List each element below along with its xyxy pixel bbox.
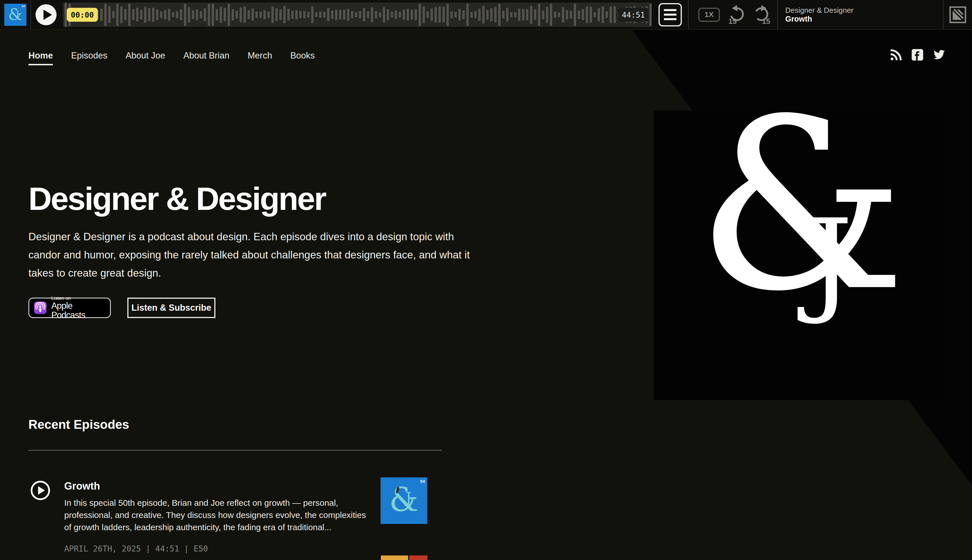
episode-thumbnail[interactable]: & J S4 <box>381 477 427 524</box>
nav-item-about-brian[interactable]: About Brian <box>183 50 229 61</box>
episode-body: Growth In this special 50th episode, Bri… <box>64 480 371 553</box>
skip-forward-15-button[interactable]: 15 <box>753 5 771 25</box>
episode-description: In this special 50th episode, Brian and … <box>64 497 371 533</box>
episode-row: Growth In this special 50th episode, Bri… <box>28 480 442 553</box>
rss-icon[interactable] <box>890 48 903 61</box>
player-show-title: Designer & Designer <box>785 6 943 15</box>
season-badge: S4 <box>420 479 425 483</box>
hero-section: Designer & Designer Designer & Designer … <box>28 182 512 318</box>
ampersand-glyph: & <box>389 483 418 516</box>
divider <box>688 0 689 30</box>
ampersand-glyph: & <box>8 7 22 22</box>
nav-item-merch[interactable]: Merch <box>248 50 272 61</box>
play-icon <box>43 10 52 20</box>
divider <box>28 450 442 451</box>
skip-back-15-icon: 15 <box>727 5 746 25</box>
podcast-description: Designer & Designer is a podcast about d… <box>28 228 480 282</box>
audio-player-bar: & J S4 00:00 44:51 1X 15 15 Designer & D… <box>0 0 972 30</box>
episode-meta: APRIL 26TH, 2025 | 44:51 | E50 <box>64 544 371 553</box>
player-now-playing: Designer & Designer Growth <box>778 6 943 23</box>
svg-text:15: 15 <box>728 17 737 25</box>
svg-text:15: 15 <box>762 17 770 25</box>
recent-episodes-heading: Recent Episodes <box>28 417 442 432</box>
next-episode-thumbnail-sliver[interactable] <box>381 555 427 560</box>
jay-glyph: J <box>406 490 412 505</box>
waveform-seekbar[interactable]: 00:00 44:51 <box>63 3 652 27</box>
current-time-badge: 00:00 <box>67 8 98 22</box>
social-links <box>890 48 946 61</box>
skip-back-15-button[interactable]: 15 <box>727 5 746 25</box>
nav-item-books[interactable]: Books <box>290 50 315 61</box>
facebook-icon[interactable] <box>911 48 923 61</box>
main-nav: Home Episodes About Joe About Brian Merc… <box>28 50 315 61</box>
apple-badge-line2: Apple Podcasts <box>51 301 105 320</box>
nav-item-episodes[interactable]: Episodes <box>71 50 107 61</box>
playback-speed-button[interactable]: 1X <box>698 8 720 22</box>
ampersand-glyph: & <box>696 110 906 323</box>
player-menu-button[interactable] <box>659 3 682 27</box>
player-artwork-thumbnail[interactable]: & J S4 <box>4 4 27 26</box>
play-button[interactable] <box>35 4 57 25</box>
recent-episodes-section: Recent Episodes Growth In this special 5… <box>28 417 442 560</box>
nav-item-home[interactable]: Home <box>28 50 53 61</box>
apple-podcasts-icon <box>34 301 47 315</box>
jay-glyph: J <box>16 10 19 17</box>
player-artwork-cell: & J S4 <box>0 0 31 30</box>
hamburger-icon <box>664 9 676 11</box>
twitter-icon[interactable] <box>932 48 946 61</box>
apple-podcasts-badge[interactable]: Listen on Apple Podcasts <box>28 298 111 318</box>
listen-subscribe-button[interactable]: Listen & Subscribe <box>127 298 216 318</box>
total-time-badge: 44:51 <box>618 8 649 22</box>
podcast-cover-art: & J <box>654 110 944 400</box>
episode-title[interactable]: Growth <box>64 480 371 492</box>
waveform-bars <box>63 3 652 27</box>
apple-badge-line1: Listen on <box>51 296 105 301</box>
player-episode-title: Growth <box>785 15 943 23</box>
nav-item-about-joe[interactable]: About Joe <box>125 50 166 61</box>
hero-buttons: Listen on Apple Podcasts Listen & Subscr… <box>28 298 512 318</box>
page-title: Designer & Designer <box>28 182 512 216</box>
transistor-logo-icon <box>949 6 967 23</box>
transistor-logo-button[interactable] <box>943 0 972 30</box>
season-badge: S4 <box>22 5 25 8</box>
episode-play-button[interactable] <box>31 481 50 500</box>
apple-badge-text: Listen on Apple Podcasts <box>51 296 105 320</box>
jay-glyph: J <box>807 204 853 318</box>
skip-forward-15-icon: 15 <box>753 5 771 25</box>
